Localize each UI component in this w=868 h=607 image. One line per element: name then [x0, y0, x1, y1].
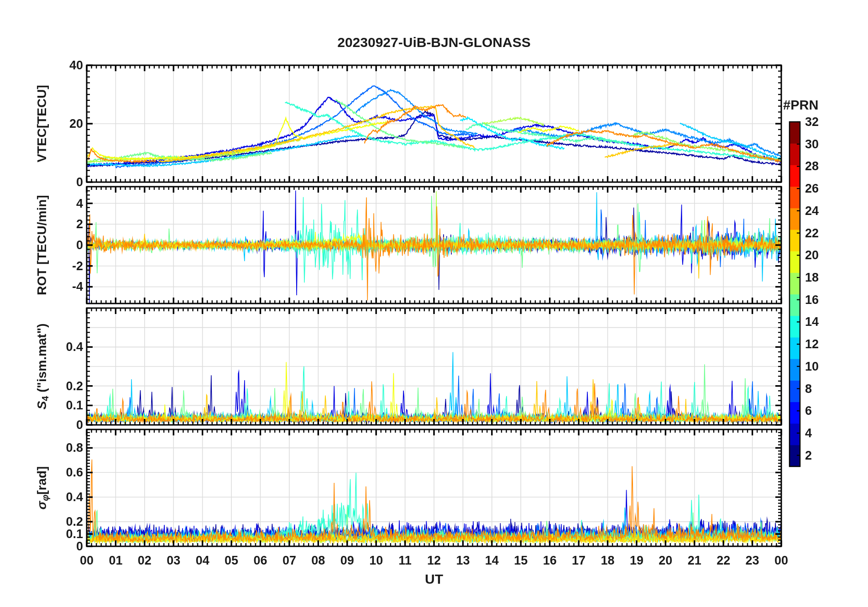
figure: 0001020304050607080910111213141516171819… — [0, 0, 868, 607]
s4-axis-label-suffix: ("ism.mat") — [35, 324, 49, 396]
s4-axis-label-main: S — [35, 401, 49, 410]
plot-canvas — [0, 0, 868, 607]
sigma-axis-label-suffix: [rad] — [35, 466, 49, 495]
figure-title: 20230927-UiB-BJN-GLONASS — [87, 35, 781, 50]
rot-axis-label-text: ROT [TECU/min] — [35, 195, 49, 295]
vtec-axis-label-text: VTEC[TECU] — [35, 85, 49, 162]
sigma-axis-label-main: σ — [35, 501, 49, 510]
sigma-phi-axis-label: σφ[rad] — [31, 415, 52, 561]
s4-axis-label-sub: 4 — [40, 396, 51, 401]
x-axis-label: UT — [87, 571, 781, 587]
colorbar-title: #PRN — [783, 98, 818, 113]
sigma-axis-label-sub: φ — [40, 495, 51, 501]
